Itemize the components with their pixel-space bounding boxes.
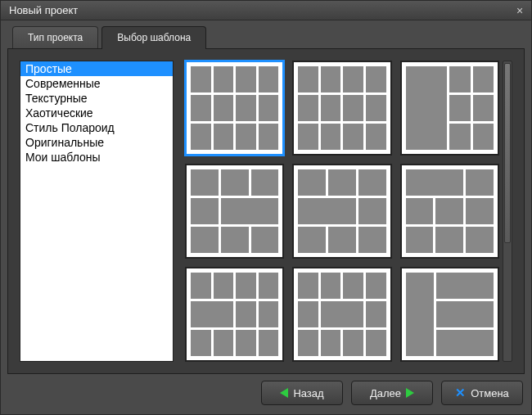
list-item[interactable]: Современные xyxy=(20,76,173,91)
list-item[interactable]: Простые xyxy=(20,61,173,76)
template-thumb[interactable] xyxy=(292,267,391,362)
scrollbar-thumb[interactable] xyxy=(504,63,511,243)
list-item[interactable]: Текстурные xyxy=(20,91,173,106)
titlebar: Новый проект × xyxy=(1,1,531,20)
back-button[interactable]: Назад xyxy=(261,381,343,405)
template-thumb[interactable] xyxy=(185,61,284,156)
template-thumb[interactable] xyxy=(400,267,499,362)
next-button[interactable]: Далее xyxy=(351,381,433,405)
cancel-button[interactable]: ✕ Отмена xyxy=(441,381,523,405)
list-item[interactable]: Оригинальные xyxy=(20,135,173,150)
next-button-label: Далее xyxy=(370,387,401,399)
close-icon[interactable]: × xyxy=(513,4,526,17)
back-button-label: Назад xyxy=(293,387,323,399)
window-title: Новый проект xyxy=(9,4,78,16)
tab-project-type[interactable]: Тип проекта xyxy=(12,26,98,49)
close-icon: ✕ xyxy=(455,386,466,400)
gallery-wrap xyxy=(185,61,512,362)
cancel-button-label: Отмена xyxy=(471,387,509,399)
template-thumb[interactable] xyxy=(185,164,284,259)
list-item[interactable]: Стиль Полароид xyxy=(20,120,173,135)
list-item[interactable]: Мои шаблоны xyxy=(20,150,173,165)
template-thumb[interactable] xyxy=(400,164,499,259)
button-bar: Назад Далее ✕ Отмена xyxy=(1,381,531,412)
gallery-scrollbar[interactable] xyxy=(503,61,512,362)
template-gallery xyxy=(185,61,499,362)
template-thumb[interactable] xyxy=(292,61,391,156)
arrow-left-icon xyxy=(280,388,288,398)
template-thumb[interactable] xyxy=(400,61,499,156)
category-list[interactable]: Простые Современные Текстурные Хаотическ… xyxy=(20,61,174,362)
tab-template-select[interactable]: Выбор шаблона xyxy=(101,26,206,49)
template-thumb[interactable] xyxy=(292,164,391,259)
template-thumb[interactable] xyxy=(185,267,284,362)
arrow-right-icon xyxy=(406,388,414,398)
content-panel: Простые Современные Текстурные Хаотическ… xyxy=(7,48,525,374)
tabs: Тип проекта Выбор шаблона xyxy=(1,20,531,48)
list-item[interactable]: Хаотические xyxy=(20,106,173,120)
